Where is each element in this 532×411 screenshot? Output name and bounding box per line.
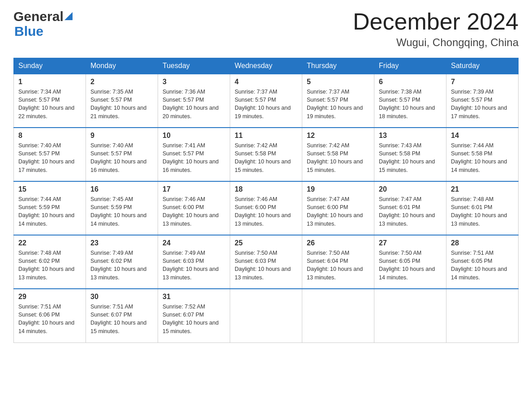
calendar-week-row: 29 Sunrise: 7:51 AMSunset: 6:06 PMDaylig…: [14, 289, 519, 342]
day-header-tuesday: Tuesday: [158, 58, 230, 74]
day-number: 18: [235, 185, 297, 193]
day-info: Sunrise: 7:51 AMSunset: 6:06 PMDaylight:…: [18, 303, 81, 335]
day-number: 16: [90, 185, 153, 193]
calendar-day-cell: 1 Sunrise: 7:34 AMSunset: 5:57 PMDayligh…: [14, 74, 86, 128]
day-info: Sunrise: 7:50 AMSunset: 6:04 PMDaylight:…: [307, 249, 369, 282]
day-number: 8: [18, 132, 81, 140]
day-info: Sunrise: 7:52 AMSunset: 6:07 PMDaylight:…: [163, 303, 225, 335]
day-number: 6: [379, 78, 442, 86]
day-number: 23: [90, 239, 153, 247]
day-number: 4: [235, 78, 297, 86]
day-number: 15: [18, 185, 81, 193]
calendar-day-cell: 23 Sunrise: 7:49 AMSunset: 6:02 PMDaylig…: [86, 235, 158, 289]
calendar-day-cell: 20 Sunrise: 7:47 AMSunset: 6:01 PMDaylig…: [374, 181, 446, 235]
day-number: 27: [379, 239, 442, 247]
day-info: Sunrise: 7:40 AMSunset: 5:57 PMDaylight:…: [18, 141, 81, 174]
location-title: Wugui, Chongqing, China: [353, 36, 519, 49]
day-info: Sunrise: 7:51 AMSunset: 6:05 PMDaylight:…: [451, 249, 514, 282]
day-info: Sunrise: 7:50 AMSunset: 6:05 PMDaylight:…: [379, 249, 442, 282]
day-info: Sunrise: 7:45 AMSunset: 5:59 PMDaylight:…: [90, 195, 153, 228]
calendar-day-cell: 17 Sunrise: 7:46 AMSunset: 6:00 PMDaylig…: [158, 181, 230, 235]
calendar-week-row: 15 Sunrise: 7:44 AMSunset: 5:59 PMDaylig…: [14, 181, 519, 235]
logo-triangle-icon: [64, 12, 73, 20]
logo-blue-text: Blue: [13, 24, 73, 39]
calendar-day-cell: [302, 289, 374, 342]
calendar-day-cell: 10 Sunrise: 7:41 AMSunset: 5:57 PMDaylig…: [158, 128, 230, 181]
day-info: Sunrise: 7:36 AMSunset: 5:57 PMDaylight:…: [163, 88, 225, 120]
calendar-day-cell: 22 Sunrise: 7:48 AMSunset: 6:02 PMDaylig…: [14, 235, 86, 289]
day-info: Sunrise: 7:46 AMSunset: 6:00 PMDaylight:…: [163, 195, 225, 228]
day-info: Sunrise: 7:47 AMSunset: 6:00 PMDaylight:…: [307, 195, 369, 228]
day-info: Sunrise: 7:50 AMSunset: 6:03 PMDaylight:…: [235, 249, 297, 282]
calendar-day-cell: 13 Sunrise: 7:43 AMSunset: 5:58 PMDaylig…: [374, 128, 446, 181]
day-info: Sunrise: 7:42 AMSunset: 5:58 PMDaylight:…: [307, 141, 369, 174]
day-info: Sunrise: 7:49 AMSunset: 6:02 PMDaylight:…: [90, 249, 153, 282]
day-number: 14: [451, 132, 514, 140]
day-info: Sunrise: 7:35 AMSunset: 5:57 PMDaylight:…: [90, 88, 153, 120]
day-number: 19: [307, 185, 369, 193]
day-number: 9: [90, 132, 153, 140]
day-number: 10: [163, 132, 225, 140]
day-info: Sunrise: 7:39 AMSunset: 5:57 PMDaylight:…: [451, 88, 514, 120]
calendar-day-cell: 31 Sunrise: 7:52 AMSunset: 6:07 PMDaylig…: [158, 289, 230, 342]
day-info: Sunrise: 7:48 AMSunset: 6:02 PMDaylight:…: [18, 249, 81, 282]
day-number: 20: [379, 185, 442, 193]
calendar-table: SundayMondayTuesdayWednesdayThursdayFrid…: [13, 58, 519, 343]
calendar-day-cell: 27 Sunrise: 7:50 AMSunset: 6:05 PMDaylig…: [374, 235, 446, 289]
calendar-day-cell: 8 Sunrise: 7:40 AMSunset: 5:57 PMDayligh…: [14, 128, 86, 181]
logo-general-text: General: [13, 9, 64, 24]
day-info: Sunrise: 7:38 AMSunset: 5:57 PMDaylight:…: [379, 88, 442, 120]
day-number: 5: [307, 78, 369, 86]
day-number: 30: [90, 293, 153, 301]
calendar-day-cell: 6 Sunrise: 7:38 AMSunset: 5:57 PMDayligh…: [374, 74, 446, 128]
day-info: Sunrise: 7:48 AMSunset: 6:01 PMDaylight:…: [451, 195, 514, 228]
calendar-day-cell: 4 Sunrise: 7:37 AMSunset: 5:57 PMDayligh…: [230, 74, 302, 128]
day-number: 29: [18, 293, 81, 301]
calendar-day-cell: 24 Sunrise: 7:49 AMSunset: 6:03 PMDaylig…: [158, 235, 230, 289]
calendar-day-cell: 29 Sunrise: 7:51 AMSunset: 6:06 PMDaylig…: [14, 289, 86, 342]
calendar-week-row: 8 Sunrise: 7:40 AMSunset: 5:57 PMDayligh…: [14, 128, 519, 181]
day-header-friday: Friday: [374, 58, 446, 74]
page-header: General Blue December 2024 Wugui, Chongq…: [13, 9, 519, 49]
calendar-day-cell: 9 Sunrise: 7:40 AMSunset: 5:57 PMDayligh…: [86, 128, 158, 181]
calendar-day-cell: 16 Sunrise: 7:45 AMSunset: 5:59 PMDaylig…: [86, 181, 158, 235]
calendar-day-cell: 7 Sunrise: 7:39 AMSunset: 5:57 PMDayligh…: [446, 74, 519, 128]
day-info: Sunrise: 7:41 AMSunset: 5:57 PMDaylight:…: [163, 141, 225, 174]
calendar-day-cell: 28 Sunrise: 7:51 AMSunset: 6:05 PMDaylig…: [446, 235, 519, 289]
day-info: Sunrise: 7:46 AMSunset: 6:00 PMDaylight:…: [235, 195, 297, 228]
day-info: Sunrise: 7:44 AMSunset: 5:58 PMDaylight:…: [451, 141, 514, 174]
day-header-thursday: Thursday: [302, 58, 374, 74]
logo: General Blue: [13, 9, 73, 39]
day-header-saturday: Saturday: [446, 58, 519, 74]
calendar-day-cell: 25 Sunrise: 7:50 AMSunset: 6:03 PMDaylig…: [230, 235, 302, 289]
month-title: December 2024: [353, 9, 519, 34]
day-info: Sunrise: 7:37 AMSunset: 5:57 PMDaylight:…: [307, 88, 369, 120]
day-number: 22: [18, 239, 81, 247]
day-info: Sunrise: 7:51 AMSunset: 6:07 PMDaylight:…: [90, 303, 153, 335]
day-number: 12: [307, 132, 369, 140]
day-number: 24: [163, 239, 225, 247]
calendar-day-cell: 19 Sunrise: 7:47 AMSunset: 6:00 PMDaylig…: [302, 181, 374, 235]
calendar-week-row: 22 Sunrise: 7:48 AMSunset: 6:02 PMDaylig…: [14, 235, 519, 289]
calendar-day-cell: 12 Sunrise: 7:42 AMSunset: 5:58 PMDaylig…: [302, 128, 374, 181]
day-number: 28: [451, 239, 514, 247]
day-info: Sunrise: 7:43 AMSunset: 5:58 PMDaylight:…: [379, 141, 442, 174]
day-number: 1: [18, 78, 81, 86]
day-number: 7: [451, 78, 514, 86]
calendar-day-cell: [230, 289, 302, 342]
days-header-row: SundayMondayTuesdayWednesdayThursdayFrid…: [14, 58, 519, 74]
day-info: Sunrise: 7:34 AMSunset: 5:57 PMDaylight:…: [18, 88, 81, 120]
day-number: 13: [379, 132, 442, 140]
day-info: Sunrise: 7:42 AMSunset: 5:58 PMDaylight:…: [235, 141, 297, 174]
calendar-day-cell: 5 Sunrise: 7:37 AMSunset: 5:57 PMDayligh…: [302, 74, 374, 128]
day-header-monday: Monday: [86, 58, 158, 74]
day-info: Sunrise: 7:40 AMSunset: 5:57 PMDaylight:…: [90, 141, 153, 174]
calendar-day-cell: 26 Sunrise: 7:50 AMSunset: 6:04 PMDaylig…: [302, 235, 374, 289]
day-number: 26: [307, 239, 369, 247]
day-number: 25: [235, 239, 297, 247]
calendar-day-cell: [374, 289, 446, 342]
day-info: Sunrise: 7:47 AMSunset: 6:01 PMDaylight:…: [379, 195, 442, 228]
day-number: 2: [90, 78, 153, 86]
calendar-week-row: 1 Sunrise: 7:34 AMSunset: 5:57 PMDayligh…: [14, 74, 519, 128]
day-header-wednesday: Wednesday: [230, 58, 302, 74]
